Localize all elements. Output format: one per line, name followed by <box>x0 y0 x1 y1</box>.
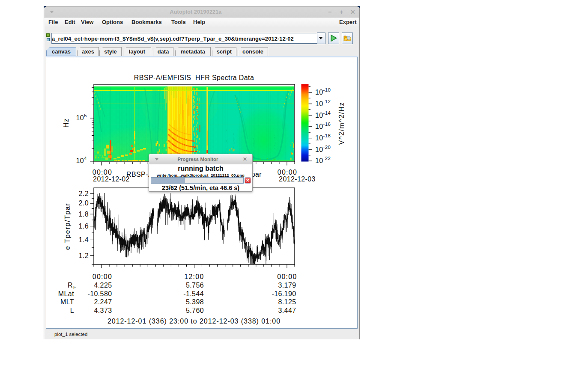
svg-text:2012-12-01 (336) 23:00 to 2012: 2012-12-01 (336) 23:00 to 2012-12-03 (33… <box>107 318 281 325</box>
svg-text:MLT: MLT <box>60 298 74 306</box>
svg-text:2.247: 2.247 <box>94 298 112 306</box>
svg-text:00:00: 00:00 <box>277 273 297 280</box>
svg-text:00:00: 00:00 <box>93 169 113 176</box>
svg-text:10-12: 10-12 <box>315 99 331 107</box>
svg-text:4: 4 <box>84 156 87 161</box>
svg-text:8.125: 8.125 <box>278 298 296 306</box>
svg-text:3.447: 3.447 <box>278 307 296 314</box>
svg-text:2.2: 2.2 <box>79 190 89 197</box>
svg-text:1.2: 1.2 <box>79 252 89 259</box>
svg-text:-10.580: -10.580 <box>87 290 112 297</box>
svg-text:5.398: 5.398 <box>186 298 204 306</box>
svg-text:-1.544: -1.544 <box>183 290 204 297</box>
svg-text:10: 10 <box>76 157 84 164</box>
svg-text:5.760: 5.760 <box>186 307 204 314</box>
svg-text:L: L <box>70 307 74 314</box>
svg-text:3.179: 3.179 <box>278 282 296 289</box>
svg-text:E: E <box>73 285 77 290</box>
svg-text:2012-12-03: 2012-12-03 <box>279 175 316 183</box>
svg-text:00:00: 00:00 <box>93 273 113 280</box>
svg-text:5: 5 <box>84 113 87 118</box>
svg-text:Hz: Hz <box>63 118 70 128</box>
svg-text:RBSP-A/EMFISIS HFR Spectra Da: RBSP-A/EMFISIS HFR Spectra Data <box>134 74 254 81</box>
svg-text:10-22: 10-22 <box>315 156 331 164</box>
svg-text:10-18: 10-18 <box>315 133 331 142</box>
svg-text:2.0: 2.0 <box>79 199 89 207</box>
svg-text:2012-12-02: 2012-12-02 <box>93 175 130 183</box>
svg-text:1.6: 1.6 <box>79 223 89 230</box>
svg-text:00:00: 00:00 <box>278 169 298 176</box>
svg-text:10-14: 10-14 <box>315 110 331 119</box>
svg-text:e Tperp/Tpar: e Tperp/Tpar <box>64 203 71 250</box>
svg-text:10-10: 10-10 <box>315 87 331 96</box>
svg-text:5.756: 5.756 <box>186 282 204 289</box>
svg-text:1.4: 1.4 <box>79 236 89 244</box>
svg-text:12:00: 12:00 <box>184 273 204 280</box>
svg-text:MLat: MLat <box>58 290 74 297</box>
svg-text:10-16: 10-16 <box>315 122 331 130</box>
svg-text:4.373: 4.373 <box>94 307 112 314</box>
svg-text:4.225: 4.225 <box>94 282 112 289</box>
svg-text:10-20: 10-20 <box>315 145 331 153</box>
svg-text:10: 10 <box>76 114 84 122</box>
svg-text:V^2/m^2/Hz: V^2/m^2/Hz <box>338 102 345 145</box>
svg-text:1.8: 1.8 <box>79 211 89 218</box>
svg-text:R: R <box>68 282 73 289</box>
svg-text:-16.190: -16.190 <box>272 290 296 297</box>
